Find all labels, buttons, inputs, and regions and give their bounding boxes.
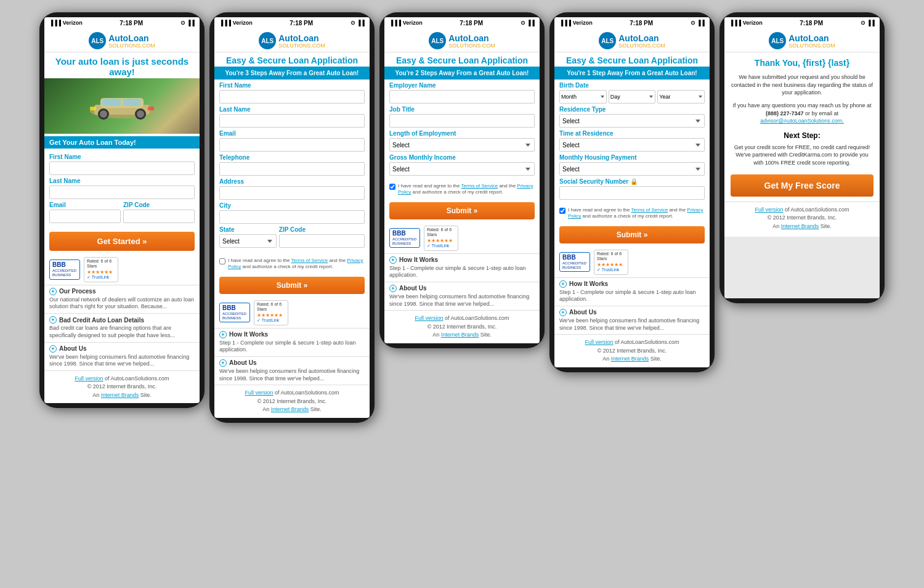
get-score-button-5[interactable]: Get My Free Score — [731, 174, 873, 197]
full-version-link-2[interactable]: Full version — [245, 390, 273, 396]
ssn-input-4[interactable] — [559, 186, 705, 200]
email-input-1[interactable] — [49, 210, 121, 223]
accordion-header-1-1[interactable]: + Our Process — [49, 288, 195, 295]
about-us-header-2[interactable]: + About Us — [219, 359, 365, 367]
accordion-icon-1-1: + — [49, 288, 57, 295]
length-select-3[interactable]: Select — [389, 138, 535, 152]
get-started-button[interactable]: Get Started » — [49, 232, 195, 251]
bbb-badge-4: BBB ACCREDITEDBUSINESS — [559, 252, 590, 272]
stars-1: ★★★★★★ — [87, 269, 115, 276]
logo-solutions-3: SOLUTIONS.COM — [448, 43, 495, 49]
time-select-4[interactable]: Select — [559, 138, 705, 152]
signal-2: ▐▐▐ Verizon — [219, 20, 253, 26]
tos-checkbox-2[interactable] — [219, 258, 225, 264]
employer-label-3: Employer Name — [389, 82, 535, 89]
how-it-works-2[interactable]: + How It Works Step 1 - Complete our sim… — [214, 328, 370, 356]
zip-input-1[interactable] — [123, 210, 195, 223]
accordion-1-2[interactable]: + Bad Credit Auto Loan Details Bad credi… — [44, 313, 200, 341]
city-input-2[interactable] — [219, 210, 365, 224]
year-select-4[interactable]: Year — [657, 90, 705, 104]
internet-brands-link-3[interactable]: Internet Brands — [441, 332, 479, 338]
how-it-works-header-3[interactable]: + How It Works — [389, 256, 535, 264]
state-zip-row-2: State Select ZIP Code — [219, 226, 365, 250]
full-version-link-3[interactable]: Full version — [415, 315, 443, 321]
internet-brands-link-1[interactable]: Internet Brands — [101, 392, 139, 398]
internet-brands-link-5[interactable]: Internet Brands — [781, 223, 819, 229]
logo-icon-3: ALS — [429, 32, 446, 49]
accordion-header-1-3[interactable]: + About Us — [49, 345, 195, 353]
tos-checkbox-4[interactable] — [559, 208, 565, 214]
how-it-works-4[interactable]: + How It Works Step 1 - Complete our sim… — [554, 277, 710, 306]
logo-container-5: ALS AutoLoan SOLUTIONS.COM — [769, 32, 835, 49]
about-us-header-4[interactable]: + About Us — [559, 309, 705, 316]
battery-1: ⊙ ▐▐ — [180, 20, 195, 26]
income-select-3[interactable]: Select — [389, 162, 535, 176]
first-name-input-2[interactable] — [219, 90, 365, 104]
body2-text-5: If you have any questions you may reach … — [732, 102, 871, 108]
submit-button-4[interactable]: Submit » — [559, 226, 705, 243]
footer-site-suffix-2: Site. — [309, 406, 322, 412]
full-version-link-5[interactable]: Full version — [755, 206, 783, 213]
svg-point-8 — [137, 110, 144, 118]
internet-brands-link-4[interactable]: Internet Brands — [611, 356, 649, 362]
svg-point-6 — [100, 110, 107, 118]
how-it-works-header-4[interactable]: + How It Works — [559, 280, 705, 288]
how-it-works-header-2[interactable]: + How It Works — [219, 331, 365, 338]
logo-text-3: AutoLoan SOLUTIONS.COM — [448, 33, 495, 49]
accordion-1-3[interactable]: + About Us We've been helping consumers … — [44, 342, 200, 370]
job-title-label-3: Job Title — [389, 106, 535, 113]
email-input-2[interactable] — [219, 138, 365, 152]
footer-text-1: Full version of AutoLoanSolutions.com © … — [49, 375, 195, 400]
submit-button-3[interactable]: Submit » — [389, 202, 535, 219]
about-us-3[interactable]: + About Us We've been helping consumers … — [384, 282, 540, 310]
about-us-header-3[interactable]: + About Us — [389, 285, 535, 292]
housing-select-4[interactable]: Select — [559, 162, 705, 176]
time-label-4: Time at Residence — [559, 130, 705, 137]
about-us-2[interactable]: + About Us We've been helping consumers … — [214, 356, 370, 385]
accordion-body-1-1: Our national network of dealers will cus… — [49, 296, 195, 311]
job-title-input-3[interactable] — [389, 114, 535, 128]
last-name-input-1[interactable] — [49, 186, 195, 199]
tos-link1-2[interactable]: Terms of Service — [291, 258, 328, 263]
footer-site-suffix-3: Site. — [479, 332, 492, 338]
rated-label-1: Rated: 6 of 6 Stars — [87, 259, 115, 269]
first-name-input-1[interactable] — [49, 161, 195, 175]
internet-brands-link-2[interactable]: Internet Brands — [271, 406, 309, 412]
screen-5: ▐▐▐ Verizon 7:18 PM ⊙ ▐▐ ALS AutoLoan SO… — [724, 17, 880, 298]
state-select-2[interactable]: Select — [219, 234, 277, 248]
bbb-accredited-1: ACCREDITEDBUSINESS — [52, 269, 77, 277]
logo-solutions-4: SOLUTIONS.COM — [618, 43, 665, 49]
submit-button-2[interactable]: Submit » — [219, 277, 365, 294]
accordion-header-1-2[interactable]: + Bad Credit Auto Loan Details — [49, 316, 195, 324]
time-4: 7:18 PM — [630, 20, 653, 27]
full-version-link-1[interactable]: Full version — [75, 375, 103, 382]
residence-select-4[interactable]: Select — [559, 114, 705, 128]
accordion-1-1[interactable]: + Our Process Our national network of de… — [44, 285, 200, 313]
accordion-icon-1-3: + — [49, 345, 57, 353]
last-name-input-2[interactable] — [219, 114, 365, 128]
easy-title-4: Easy & Secure Loan Application — [554, 52, 710, 67]
trustlink-4: Rated: 6 of 6 Stars ★★★★★★ ✓ TrustLink — [594, 250, 628, 275]
email-link-5[interactable]: advisor@AutoLoanSolutions.com. — [760, 118, 844, 124]
city-label-2: City — [219, 202, 365, 209]
logo-header-4: ALS AutoLoan SOLUTIONS.COM — [554, 28, 710, 52]
telephone-input-2[interactable] — [219, 162, 365, 176]
logo-icon-1: ALS — [89, 32, 106, 49]
accordion-title-1-1: Our Process — [59, 288, 95, 295]
full-version-link-4[interactable]: Full version — [585, 339, 613, 345]
day-select-4[interactable]: Day — [609, 90, 656, 104]
tos-link1-3[interactable]: Terms of Service — [461, 183, 498, 189]
address-input-2[interactable] — [219, 186, 365, 200]
employer-input-3[interactable] — [389, 90, 535, 104]
telephone-label-2: Telephone — [219, 154, 365, 161]
accordion-body-1-3: We've been helping consumers find automo… — [49, 354, 195, 368]
about-us-4[interactable]: + About Us We've been helping consumers … — [554, 306, 710, 334]
zip-input-2[interactable] — [279, 234, 365, 248]
tos-link1-4[interactable]: Terms of Service — [631, 207, 668, 213]
battery-5: ⊙ ▐▐ — [861, 20, 875, 26]
status-bar-3: ▐▐▐ Verizon 7:18 PM ⊙ ▐▐ — [384, 17, 540, 28]
month-select-4[interactable]: Month — [559, 90, 607, 104]
tos-checkbox-3[interactable] — [389, 184, 395, 190]
form-section-1: First Name Last Name Email ZIP Code — [44, 151, 200, 228]
how-it-works-3[interactable]: + How It Works Step 1 - Complete our sim… — [384, 253, 540, 282]
